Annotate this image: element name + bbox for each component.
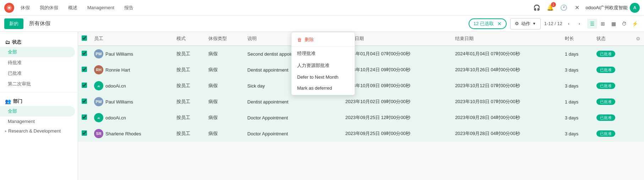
settings-icon[interactable]: ✕ — [572, 3, 582, 13]
table-row: AI odooAi.cn 按员工 病假 Doctor Appointment 2… — [78, 110, 644, 126]
dropdown-divider-1 — [291, 46, 355, 47]
svg-text:AI: AI — [97, 117, 100, 120]
nav-item-my-leave[interactable]: 我的休假 — [36, 3, 62, 12]
row-duration: 1 days — [561, 46, 593, 62]
clear-selection-button[interactable]: ✕ — [497, 21, 502, 27]
sidebar-item-dept-rd[interactable]: ▸ Research & Development — [0, 126, 78, 136]
row-leave-type: 病假 — [205, 94, 244, 110]
headset-icon[interactable]: 🎧 — [532, 3, 542, 13]
row-start: 2023年10月02日 09时00分00秒 — [342, 94, 452, 110]
row-checkbox-cell — [78, 78, 91, 94]
nav-item-reports[interactable]: 报告 — [121, 3, 137, 12]
page-title: 所有休假 — [29, 20, 50, 27]
row-checkbox[interactable] — [82, 83, 87, 88]
settings-view-button[interactable]: ⚡ — [630, 19, 640, 29]
new-button[interactable]: 新的 — [4, 18, 23, 29]
row-end: 2023年10月03日 07时00分00秒 — [452, 94, 561, 110]
row-leave-type: 病假 — [205, 126, 244, 142]
avatar: AI — [94, 81, 103, 90]
nav-icons: 🎧 🔔 1 🕐 ✕ odooAi广州欧度智能 A — [532, 3, 640, 13]
row-duration: 1 days — [561, 94, 593, 110]
calendar-view-button[interactable]: ▦ — [608, 19, 618, 29]
row-checkbox[interactable] — [82, 51, 87, 56]
manager-approve-label: 经理批准 — [297, 50, 316, 57]
row-checkbox[interactable] — [82, 114, 87, 120]
action-button[interactable]: ⚙ 动作 ▼ — [510, 18, 541, 29]
dropdown-item-hr-approve[interactable]: 人力资源部批准 — [291, 60, 355, 72]
employee-name: odooAi.cn — [105, 83, 126, 89]
row-checkbox[interactable] — [82, 99, 87, 104]
row-start: 2024年01月04日 07时00分00秒 — [342, 46, 452, 62]
row-checkbox[interactable] — [82, 130, 87, 136]
sidebar-item-status-pending[interactable]: 待批准 — [0, 57, 75, 68]
row-description: Doctor Appointment — [244, 110, 342, 126]
row-end: 2023年09月28日 04时00分00秒 — [452, 126, 561, 142]
dept-section-icon: 👥 — [5, 99, 11, 104]
row-actions — [632, 94, 644, 110]
mark-deferred-label: Mark as deferred — [297, 85, 332, 91]
list-view-button[interactable]: ☰ — [587, 19, 597, 29]
svg-text:AI: AI — [97, 85, 100, 88]
dept-section-label: 部门 — [13, 98, 22, 105]
table-row: PW Paul Williams 按员工 病假 Second dentist a… — [78, 46, 644, 62]
table-header-row: 员工 模式 休假类型 说明 开始日期 结束日期 时长 状态 ⚙ — [78, 32, 644, 46]
row-status: 已批准 — [593, 62, 632, 78]
row-description: Dentist appointment — [244, 94, 342, 110]
notification-icon[interactable]: 🔔 1 — [545, 3, 555, 13]
header-start: 开始日期 — [342, 32, 452, 46]
nav-item-overview[interactable]: 概述 — [65, 3, 81, 12]
main-content: 员工 模式 休假类型 说明 开始日期 结束日期 时长 状态 ⚙ — [78, 32, 644, 180]
column-settings-icon[interactable]: ⚙ — [636, 36, 640, 41]
dropdown-item-delete[interactable]: 🗑 删除 — [291, 34, 355, 46]
app-logo[interactable] — [4, 3, 14, 13]
select-all-checkbox[interactable] — [82, 35, 87, 41]
clock-icon[interactable]: 🕐 — [559, 3, 569, 13]
sidebar-item-dept-all[interactable]: 全部 — [0, 106, 75, 117]
row-mode: 按员工 — [173, 46, 205, 62]
header-checkbox-cell — [78, 32, 91, 46]
row-checkbox[interactable] — [82, 67, 87, 72]
table-row: AI odooAi.cn 按员工 病假 Sick day 2023年10月09日… — [78, 78, 644, 94]
row-status: 已批准 — [593, 46, 632, 62]
row-employee: AI odooAi.cn — [91, 78, 173, 94]
header-status: 状态 — [593, 32, 632, 46]
row-checkbox-cell — [78, 62, 91, 78]
status-section-label: 状态 — [12, 39, 21, 45]
kanban-view-button[interactable]: ⊞ — [598, 19, 608, 29]
nav-item-management[interactable]: Management — [84, 4, 118, 12]
sidebar-item-dept-management[interactable]: Management — [0, 117, 75, 126]
chevron-down-icon: ▼ — [533, 22, 536, 26]
next-page-button[interactable]: › — [575, 19, 584, 28]
row-status: 已批准 — [593, 78, 632, 94]
row-duration: 3 days — [561, 78, 593, 94]
avatar: SR — [94, 129, 103, 138]
sidebar-item-status-second[interactable]: 第二次审批 — [0, 79, 75, 89]
dropdown-item-defer-next-month[interactable]: Defer to Next Month — [291, 72, 355, 83]
sub-nav: 新的 所有休假 12 已选取 ✕ ⚙ 动作 ▼ 1-12 / 12 ‹ › ☰ … — [0, 16, 644, 32]
dropdown-item-mark-deferred[interactable]: Mark as deferred — [291, 83, 355, 94]
row-end: 2023年10月26日 04时00分00秒 — [452, 62, 561, 78]
prev-page-button[interactable]: ‹ — [564, 19, 573, 28]
row-mode: 按员工 — [173, 94, 205, 110]
employee-name: Ronnie Hart — [105, 67, 130, 73]
row-end: 2023年10月12日 07时00分00秒 — [452, 78, 561, 94]
clock-view-button[interactable]: ⏱ — [619, 19, 629, 29]
defer-label: Defer to Next Month — [297, 74, 338, 80]
row-status: 已批准 — [593, 94, 632, 110]
row-end: 2023年09月28日 04时00分00秒 — [452, 110, 561, 126]
nav-item-leave[interactable]: 休假 — [17, 3, 33, 12]
user-menu[interactable]: odooAi广州欧度智能 A — [586, 3, 640, 13]
row-duration: 3 days — [561, 110, 593, 126]
table-row: PW Paul Williams 按员工 病假 Dentist appointm… — [78, 94, 644, 110]
sidebar-item-status-approved[interactable]: 已批准 — [0, 68, 75, 79]
sidebar-item-status-all[interactable]: 全部 — [0, 47, 75, 57]
row-checkbox-cell — [78, 110, 91, 126]
row-start: 2023年10月24日 09时00分00秒 — [342, 62, 452, 78]
row-employee: PW Paul Williams — [91, 94, 173, 110]
status-badge: 已批准 — [596, 130, 615, 137]
leave-table: 员工 模式 休假类型 说明 开始日期 结束日期 时长 状态 ⚙ — [78, 32, 644, 142]
header-leave-type: 休假类型 — [205, 32, 244, 46]
row-duration: 3 days — [561, 126, 593, 142]
row-employee: RH Ronnie Hart — [91, 62, 173, 78]
dropdown-item-manager-approve[interactable]: 经理批准 — [291, 47, 355, 60]
